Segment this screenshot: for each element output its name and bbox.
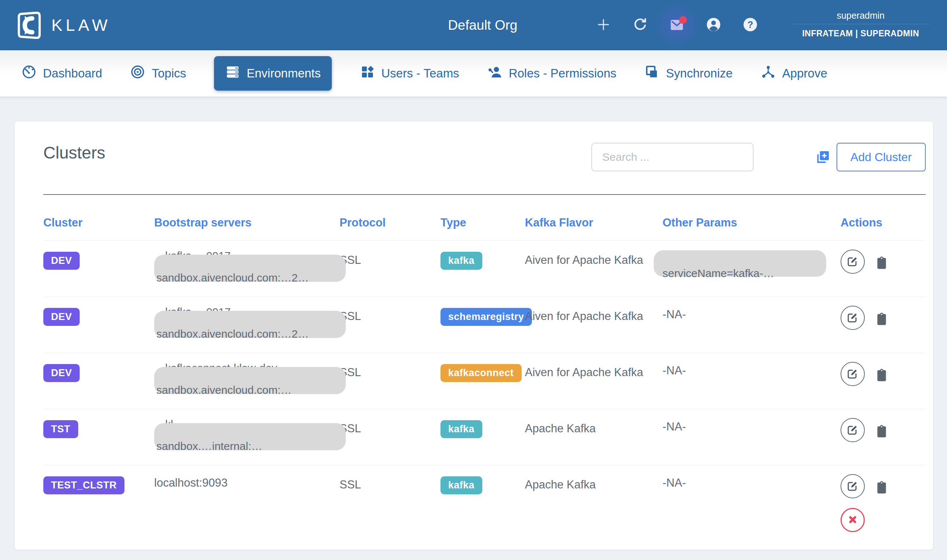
cluster-badge: TEST_CLSTR <box>43 476 125 494</box>
bootstrap-plain: localhost:9093 <box>154 474 228 489</box>
tab-label: Approve <box>782 66 827 80</box>
refresh-button[interactable] <box>631 16 649 34</box>
tab-synchronize[interactable]: Synchronize <box>644 64 733 83</box>
table-row: DEV kafka-…0917-… sandbox.aivencloud.com… <box>43 297 926 353</box>
copy-bootstrap-button[interactable] <box>874 479 889 496</box>
edit-cluster-button[interactable] <box>841 306 865 330</box>
username-label: superadmin <box>825 7 896 24</box>
params-plain: -NA- <box>662 362 686 377</box>
clipboard-icon <box>874 367 889 383</box>
approve-icon <box>761 64 776 83</box>
clusters-panel: Clusters Add Cluster Cluster Bootstrap s… <box>15 122 933 550</box>
clipboard-icon <box>874 423 889 440</box>
cluster-badge: DEV <box>43 252 80 270</box>
cluster-badge: DEV <box>43 308 80 326</box>
tab-label: Synchronize <box>666 66 733 80</box>
tab-roles-permissions[interactable]: Roles - Permissions <box>487 64 616 83</box>
add-cluster-icon[interactable] <box>815 149 831 165</box>
column-header-protocol: Protocol <box>340 216 440 229</box>
topics-icon <box>130 64 145 83</box>
account-button[interactable] <box>704 16 723 34</box>
copy-bootstrap-button[interactable] <box>874 423 889 440</box>
kafka-flavor-value: Aiven for Apache Kafka <box>525 308 662 323</box>
table-row: TST kl… sandbox.…internal:… SSL kafka Ap… <box>43 409 926 465</box>
plus-button[interactable] <box>594 16 613 34</box>
type-badge: kafka <box>440 252 482 270</box>
copy-bootstrap-button[interactable] <box>874 311 889 327</box>
row-actions <box>841 308 926 330</box>
tab-topics[interactable]: Topics <box>130 64 186 83</box>
params-redacted: serviceName=kafka-… <box>662 250 835 286</box>
clipboard-icon <box>874 479 889 496</box>
dashboard-icon <box>21 64 37 83</box>
tab-approve[interactable]: Approve <box>761 64 827 83</box>
search-input[interactable] <box>591 143 754 171</box>
edit-cluster-button[interactable] <box>841 418 865 442</box>
column-header-bootstrap-servers: Bootstrap servers <box>154 216 340 229</box>
edit-cluster-button[interactable] <box>841 362 865 386</box>
edit-icon <box>846 367 859 381</box>
add-cluster-button[interactable]: Add Cluster <box>836 143 926 171</box>
protocol-value: SSL <box>340 308 440 323</box>
notifications-button[interactable] <box>668 16 686 34</box>
main-nav: Dashboard Topics Environments <box>0 50 947 97</box>
tab-label: Users - Teams <box>381 66 459 80</box>
params-plain: -NA- <box>662 306 686 321</box>
refresh-icon <box>632 17 648 34</box>
tab-label: Dashboard <box>43 66 102 80</box>
user-info[interactable]: superadmin INFRATEAM | SUPERADMIN <box>791 7 930 43</box>
bootstrap-fragment-bottom: sandbox.aivencloud.com:…2… <box>156 328 309 340</box>
type-badge: schemaregistry <box>440 308 532 326</box>
page-title: Clusters <box>43 143 105 163</box>
delete-cluster-button[interactable] <box>841 508 865 532</box>
tab-environments[interactable]: Environments <box>214 56 332 91</box>
delete-x-icon <box>847 514 858 526</box>
help-button[interactable]: ? <box>741 16 759 34</box>
edit-icon <box>846 479 859 494</box>
app-header: KLAW Default Org <box>0 0 947 50</box>
params-plain: -NA- <box>662 418 686 433</box>
table-row: DEV kafkaconnect-klaw-dev-… sandbox.aive… <box>43 353 926 409</box>
brand-name: KLAW <box>51 16 111 35</box>
brand[interactable]: KLAW <box>17 12 111 39</box>
params-fragment: serviceName=kafka-… <box>662 267 774 280</box>
bootstrap-fragment-bottom: sandbox.aivencloud.com:…2… <box>156 272 309 284</box>
edit-cluster-button[interactable] <box>841 249 865 274</box>
bootstrap-fragment-bottom: sandbox.…internal:… <box>156 440 262 452</box>
plus-icon <box>595 17 611 34</box>
tab-label: Environments <box>247 66 321 80</box>
row-actions <box>841 476 926 532</box>
type-badge: kafkaconnect <box>440 364 522 382</box>
kafka-flavor-value: Apache Kafka <box>525 420 662 435</box>
tab-dashboard[interactable]: Dashboard <box>21 64 102 83</box>
protocol-value: SSL <box>340 476 440 491</box>
row-actions <box>841 364 926 386</box>
bootstrap-redacted: kafka-…0917-… sandbox.aivencloud.com:…2… <box>154 306 346 346</box>
type-badge: kafka <box>440 420 482 438</box>
column-header-type: Type <box>440 216 525 229</box>
notification-badge <box>679 16 687 24</box>
tab-users-teams[interactable]: Users - Teams <box>360 64 459 83</box>
bootstrap-fragment-bottom: sandbox.aivencloud.com:… <box>156 384 292 396</box>
type-badge: kafka <box>440 476 482 494</box>
header-actions: ? superadmin INFRATEAM | SUPERADMIN <box>594 7 930 43</box>
bootstrap-redacted: kafkaconnect-klaw-dev-… sandbox.aivenclo… <box>154 362 346 402</box>
kafka-flavor-value: Apache Kafka <box>525 476 662 491</box>
column-header-actions: Actions <box>841 216 926 229</box>
params-plain: -NA- <box>662 474 686 489</box>
column-header-kafka-flavor: Kafka Flavor <box>525 216 662 229</box>
edit-icon <box>846 423 859 437</box>
synchronize-icon <box>644 64 660 83</box>
table-row: TEST_CLSTR localhost:9093 SSL kafka Apac… <box>43 465 926 539</box>
copy-bootstrap-button[interactable] <box>874 254 889 271</box>
column-header-other-params: Other Params <box>662 216 841 229</box>
copy-bootstrap-button[interactable] <box>874 367 889 383</box>
edit-icon <box>846 311 859 325</box>
help-icon: ? <box>742 17 758 34</box>
clipboard-icon <box>874 311 889 327</box>
users-teams-icon <box>360 64 375 83</box>
edit-cluster-button[interactable] <box>841 474 865 498</box>
tab-label: Topics <box>152 66 186 80</box>
environments-icon <box>225 64 240 83</box>
clipboard-icon <box>874 254 889 271</box>
